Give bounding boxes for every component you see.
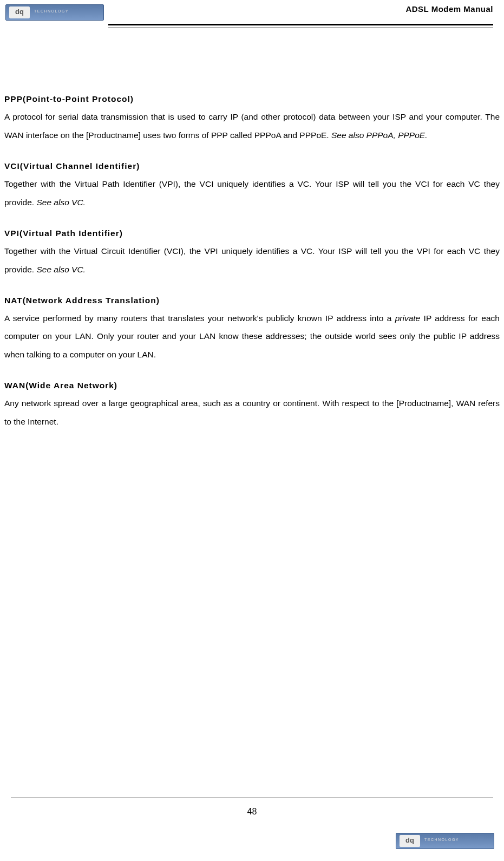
brand-logo-top: dq TECHNOLOGY (5, 4, 104, 21)
definition-see-also: See also VC. (36, 265, 85, 274)
logo-brand-icon: dq (9, 6, 30, 18)
definition-italic-word: private (395, 314, 421, 323)
glossary-definition-vpi: Together with the Virtual Circuit Identi… (4, 242, 500, 278)
brand-logo-bottom: dq TECHNOLOGY (396, 833, 494, 849)
glossary-definition-nat: A service performed by many routers that… (4, 309, 500, 363)
logo-subtext: TECHNOLOGY (34, 9, 69, 13)
glossary-term-ppp: PPP(Point-to-Point Protocol) (4, 90, 500, 108)
definition-see-also: See also PPPoA, PPPoE. (331, 131, 428, 140)
glossary-definition-vci: Together with the Virtual Path Identifie… (4, 175, 500, 211)
page-content: PPP(Point-to-Point Protocol) A protocol … (0, 28, 504, 441)
logo-brand-icon: dq (400, 835, 420, 847)
glossary-term-nat: NAT(Network Address Translation) (4, 291, 500, 309)
glossary-definition-wan: Any network spread over a large geograph… (4, 394, 500, 430)
document-title: ADSL Modem Manual (405, 4, 493, 14)
glossary-definition-ppp: A protocol for serial data transmission … (4, 108, 500, 144)
glossary-term-wan: WAN(Wide Area Network) (4, 376, 500, 394)
definition-see-also: See also VC. (36, 198, 85, 207)
footer-divider (11, 798, 493, 798)
page-number: 48 (0, 807, 504, 817)
definition-text: A service performed by many routers that… (4, 314, 395, 323)
definition-text: Any network spread over a large geograph… (4, 399, 500, 426)
logo-subtext: TECHNOLOGY (424, 838, 459, 842)
glossary-term-vci: VCI(Virtual Channel Identifier) (4, 157, 500, 175)
page-header: ADSL Modem Manual dq TECHNOLOGY (0, 0, 504, 21)
glossary-term-vpi: VPI(Virtual Path Identifier) (4, 224, 500, 242)
header-divider-thick (108, 24, 493, 25)
